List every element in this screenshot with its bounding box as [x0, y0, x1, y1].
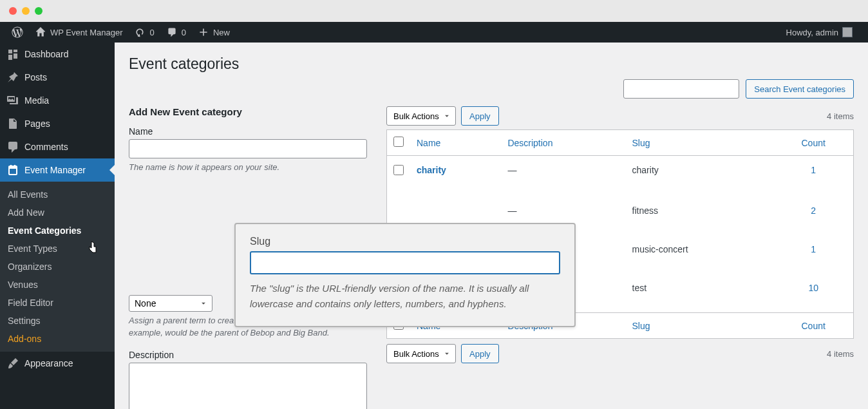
update-icon — [134, 26, 146, 38]
bulk-actions-select-top[interactable]: Bulk Actions — [386, 106, 456, 126]
row-count[interactable]: 1 — [811, 244, 816, 254]
window-titlebar — [0, 0, 868, 22]
sidebar-item-label: Event Manager — [24, 165, 86, 175]
description-textarea[interactable] — [129, 363, 367, 410]
sidebar-item-event-manager[interactable]: Event Manager — [0, 158, 115, 182]
submenu-add-new[interactable]: Add New — [0, 204, 115, 222]
select-all-top[interactable] — [393, 137, 404, 147]
maximize-window-button[interactable] — [35, 7, 42, 15]
submenu-event-categories[interactable]: Event Categories — [0, 222, 115, 240]
main-content: Event categories Search Event categories… — [115, 43, 868, 409]
name-label: Name — [129, 126, 367, 137]
slug-input[interactable] — [250, 251, 560, 274]
slug-label: Slug — [250, 236, 560, 247]
sidebar-item-posts[interactable]: Posts — [0, 66, 115, 89]
bulk-actions-select-bottom[interactable]: Bulk Actions — [386, 344, 456, 363]
new-content-menu[interactable]: New — [193, 22, 235, 43]
howdy-label: Howdy, admin — [786, 28, 838, 37]
sidebar-item-label: Appearance — [24, 358, 73, 368]
user-account-menu[interactable]: Howdy, admin — [781, 22, 858, 43]
search-button[interactable]: Search Event categories — [746, 79, 854, 99]
sidebar-item-label: Posts — [24, 72, 47, 82]
page-icon — [6, 117, 19, 130]
submenu-venues[interactable]: Venues — [0, 276, 115, 294]
row-name[interactable]: charity — [417, 165, 446, 175]
sidebar-item-label: Media — [24, 95, 49, 106]
wp-logo-menu[interactable] — [6, 22, 28, 43]
sidebar-item-label: Comments — [24, 142, 68, 152]
row-slug: fitness — [626, 196, 774, 235]
comment-icon — [6, 140, 19, 153]
site-name-label: WP Event Manager — [50, 28, 122, 37]
row-slug: charity — [626, 156, 774, 197]
parent-select[interactable]: None — [129, 295, 212, 312]
submenu-field-editor[interactable]: Field Editor — [0, 294, 115, 312]
row-count[interactable]: 1 — [811, 165, 816, 175]
sidebar-item-label: Dashboard — [24, 49, 69, 59]
close-window-button[interactable] — [9, 7, 17, 15]
cursor-icon — [88, 240, 99, 256]
home-icon — [35, 26, 46, 38]
row-desc: — — [501, 156, 625, 197]
name-hint: The name is how it appears on your site. — [129, 161, 367, 174]
submenu-all-events[interactable]: All Events — [0, 185, 115, 204]
description-label: Description — [129, 350, 367, 360]
new-label: New — [213, 28, 230, 37]
items-count-top: 4 items — [827, 111, 854, 121]
search-input[interactable] — [623, 79, 739, 99]
admin-bar: WP Event Manager 0 0 New Howdy, admin — [0, 22, 868, 43]
table-row: charity — charity 1 — [387, 156, 854, 197]
dashboard-icon — [6, 48, 19, 61]
plus-icon — [198, 26, 209, 38]
apply-button-bottom[interactable]: Apply — [461, 344, 499, 363]
sidebar-item-label: Pages — [24, 119, 50, 129]
row-slug: music-concert — [626, 235, 774, 274]
row-checkbox[interactable] — [393, 165, 404, 175]
sidebar-item-dashboard[interactable]: Dashboard — [0, 43, 115, 66]
updates-menu[interactable]: 0 — [129, 22, 159, 43]
admin-sidebar: Dashboard Posts Media Pages Comments Eve… — [0, 43, 115, 409]
updates-count: 0 — [149, 28, 154, 37]
col-slug[interactable]: Slug — [632, 138, 650, 148]
slug-callout-box: Slug The "slug" is the URL-friendly vers… — [234, 223, 576, 327]
form-heading: Add New Event category — [129, 106, 367, 117]
col-name[interactable]: Name — [417, 138, 440, 148]
row-count[interactable]: 2 — [811, 205, 816, 216]
calendar-icon — [6, 164, 19, 176]
comments-menu[interactable]: 0 — [161, 22, 191, 43]
sidebar-item-comments[interactable]: Comments — [0, 135, 115, 158]
items-count-bottom: 4 items — [827, 349, 854, 359]
slug-hint: The "slug" is the URL-friendly version o… — [250, 281, 560, 312]
minimize-window-button[interactable] — [22, 7, 30, 15]
col-count-foot[interactable]: Count — [802, 321, 826, 331]
col-desc[interactable]: Description — [507, 138, 552, 148]
sidebar-item-appearance[interactable]: Appearance — [0, 352, 115, 375]
apply-button-top[interactable]: Apply — [461, 106, 499, 126]
event-manager-submenu: All Events Add New Event Categories Even… — [0, 182, 115, 352]
submenu-add-ons[interactable]: Add-ons — [0, 330, 115, 348]
comments-count: 0 — [182, 28, 186, 37]
wordpress-icon — [12, 26, 23, 38]
row-slug: test — [626, 274, 774, 313]
avatar — [842, 27, 853, 37]
name-input[interactable] — [129, 139, 367, 158]
submenu-settings[interactable]: Settings — [0, 312, 115, 330]
sidebar-item-pages[interactable]: Pages — [0, 112, 115, 135]
sidebar-item-media[interactable]: Media — [0, 89, 115, 112]
comment-icon — [166, 26, 178, 38]
col-count[interactable]: Count — [802, 138, 826, 148]
brush-icon — [6, 357, 19, 370]
pin-icon — [6, 71, 19, 84]
col-slug-foot[interactable]: Slug — [632, 321, 650, 331]
page-title: Event categories — [129, 43, 854, 79]
media-icon — [6, 94, 19, 107]
submenu-organizers[interactable]: Organizers — [0, 258, 115, 276]
row-count[interactable]: 10 — [808, 283, 818, 293]
site-name-menu[interactable]: WP Event Manager — [30, 22, 127, 43]
